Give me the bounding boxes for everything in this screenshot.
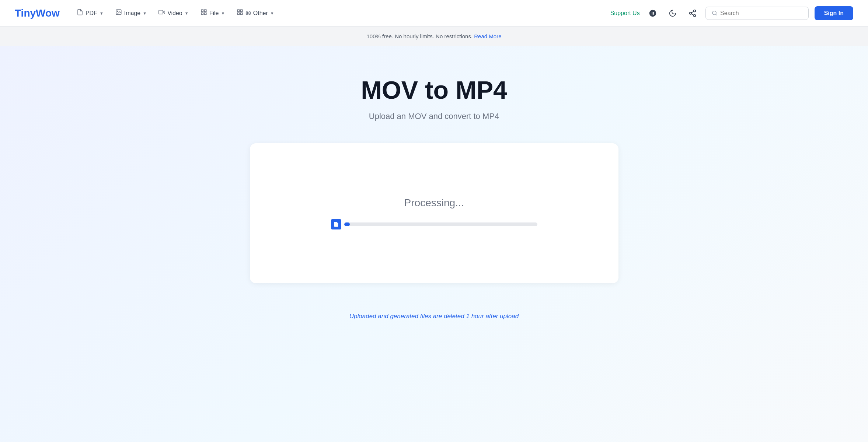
file-icon: [201, 9, 207, 17]
logo[interactable]: TinyWow: [15, 7, 60, 19]
page-title: MOV to MP4: [361, 76, 507, 104]
svg-line-15: [691, 14, 694, 15]
pdf-chevron-icon: ▼: [100, 11, 104, 15]
svg-rect-3: [159, 10, 163, 14]
share-btn[interactable]: [686, 6, 700, 20]
svg-rect-6: [204, 13, 206, 15]
navbar: TinyWow PDF ▼ Image ▼ Video ▼: [0, 0, 868, 27]
nav-item-other-badge: 88: [245, 10, 251, 16]
upload-card: Processing...: [250, 143, 618, 283]
svg-rect-4: [201, 10, 203, 11]
file-chevron-icon: ▼: [221, 11, 225, 15]
other-icon: [237, 9, 243, 17]
nav-items: PDF ▼ Image ▼ Video ▼ File ▼: [72, 6, 607, 20]
nav-item-video[interactable]: Video ▼: [153, 6, 194, 20]
image-chevron-icon: ▼: [143, 11, 147, 15]
search-icon: [712, 10, 717, 16]
nav-item-image-label: Image: [124, 10, 140, 17]
svg-rect-9: [241, 10, 243, 11]
logo-black: Tiny: [15, 7, 36, 19]
main-content: MOV to MP4 Upload an MOV and convert to …: [0, 46, 868, 442]
nav-item-video-label: Video: [167, 10, 182, 17]
page-subtitle: Upload an MOV and convert to MP4: [369, 112, 499, 121]
nav-right: Support Us Sign In: [610, 6, 853, 20]
svg-marker-2: [163, 11, 165, 14]
svg-point-14: [693, 14, 696, 16]
progress-fill: [344, 222, 350, 226]
svg-rect-5: [204, 10, 206, 11]
nav-item-pdf[interactable]: PDF ▼: [72, 6, 109, 20]
search-input[interactable]: [720, 10, 802, 17]
nav-item-file-label: File: [209, 10, 219, 17]
profile-icon-btn[interactable]: [646, 6, 660, 20]
banner-read-more-link[interactable]: Read More: [474, 33, 501, 39]
svg-rect-10: [241, 13, 243, 15]
progress-bar-container: [331, 219, 537, 229]
svg-line-18: [715, 14, 717, 15]
dark-mode-btn[interactable]: [666, 6, 680, 20]
search-box[interactable]: [705, 7, 809, 20]
logo-blue: Wow: [36, 7, 60, 19]
sign-in-button[interactable]: Sign In: [815, 6, 853, 20]
svg-line-16: [691, 11, 694, 13]
nav-item-other[interactable]: 88 Other ▼: [231, 6, 279, 20]
svg-rect-8: [238, 10, 240, 11]
video-icon: [158, 9, 165, 17]
svg-point-12: [693, 10, 696, 12]
svg-rect-7: [201, 13, 203, 15]
nav-item-other-label: Other: [253, 10, 268, 17]
other-chevron-icon: ▼: [270, 11, 274, 15]
image-icon: [115, 9, 122, 17]
nav-item-image[interactable]: Image ▼: [110, 6, 152, 20]
svg-point-1: [117, 11, 118, 11]
promo-banner: 100% free. No hourly limits. No restrict…: [0, 27, 868, 46]
nav-item-pdf-label: PDF: [86, 10, 97, 17]
nav-item-file[interactable]: File ▼: [195, 6, 230, 20]
svg-rect-11: [238, 13, 240, 15]
footer-note: Uploaded and generated files are deleted…: [349, 313, 519, 320]
processing-text: Processing...: [404, 197, 464, 209]
svg-point-17: [712, 11, 716, 15]
video-chevron-icon: ▼: [185, 11, 189, 15]
progress-track: [344, 222, 537, 226]
banner-text: 100% free. No hourly limits. No restrict…: [367, 33, 473, 39]
svg-point-13: [689, 12, 691, 14]
support-link[interactable]: Support Us: [610, 10, 640, 17]
pdf-icon: [77, 9, 83, 17]
progress-file-icon: [331, 219, 341, 229]
